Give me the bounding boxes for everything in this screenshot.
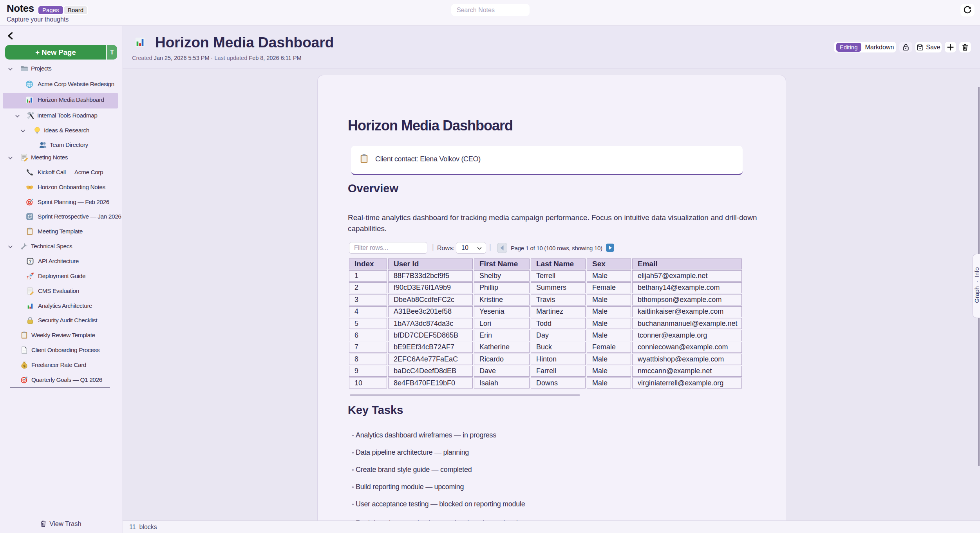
- svg-text:?: ?: [29, 259, 31, 264]
- svg-text:$: $: [23, 364, 25, 368]
